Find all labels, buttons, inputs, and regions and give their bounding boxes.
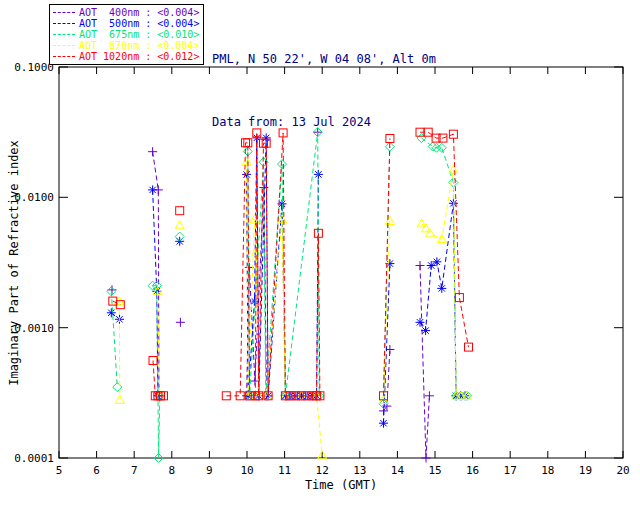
plot-header: PML, N 50 22', W 04 08', Alt 0m Data fro… bbox=[212, 7, 436, 175]
legend-dash-500nm-icon bbox=[53, 23, 75, 24]
legend-row-500nm: AOT 500nm : <0.004> bbox=[53, 18, 199, 29]
data-series-500nm bbox=[107, 133, 470, 427]
x-tick-label: 7 bbox=[131, 464, 138, 477]
x-tick-label: 12 bbox=[316, 464, 329, 477]
x-tick-label: 8 bbox=[168, 464, 175, 477]
x-tick-label: 6 bbox=[93, 464, 100, 477]
legend-row-1020nm: AOT 1020nm : <0.012> bbox=[53, 51, 199, 62]
legend-box: AOT 400nm : <0.004> AOT 500nm : <0.004> … bbox=[49, 4, 204, 65]
legend-dash-870nm-icon bbox=[53, 45, 75, 46]
legend-dash-675nm-icon bbox=[53, 34, 75, 35]
legend-row-675nm: AOT 675nm : <0.010> bbox=[53, 29, 199, 40]
station-info: PML, N 50 22', W 04 08', Alt 0m bbox=[212, 49, 436, 70]
legend-dash-1020nm-icon bbox=[53, 56, 75, 57]
legend-label-870nm: AOT 870nm : <0.004> bbox=[79, 40, 199, 51]
x-tick-label: 9 bbox=[206, 464, 213, 477]
x-tick-label: 16 bbox=[466, 464, 479, 477]
x-tick-label: 19 bbox=[579, 464, 592, 477]
x-tick-label: 11 bbox=[278, 464, 291, 477]
legend-row-400nm: AOT 400nm : <0.004> bbox=[53, 7, 199, 18]
x-tick-label: 14 bbox=[391, 464, 405, 477]
data-series-870nm bbox=[115, 157, 472, 459]
x-tick-label: 20 bbox=[616, 464, 629, 477]
legend-row-870nm: AOT 870nm : <0.004> bbox=[53, 40, 199, 51]
x-tick-label: 17 bbox=[504, 464, 517, 477]
x-tick-label: 10 bbox=[240, 464, 253, 477]
y-tick-label: 0.0001 bbox=[14, 452, 54, 465]
aeronet-refractive-index-plot: 5678910111213141516171819200.10000.01000… bbox=[0, 0, 640, 512]
legend-label-1020nm: AOT 1020nm : <0.012> bbox=[79, 51, 199, 62]
legend-label-400nm: AOT 400nm : <0.004> bbox=[79, 7, 199, 18]
legend-dash-400nm-icon bbox=[53, 12, 75, 13]
x-tick-label: 15 bbox=[428, 464, 441, 477]
x-tick-label: 13 bbox=[353, 464, 366, 477]
y-axis-title: Imaginary Part of Refractive index bbox=[7, 140, 21, 386]
x-axis-title: Time (GMT) bbox=[305, 478, 377, 492]
x-tick-label: 5 bbox=[56, 464, 63, 477]
legend-label-500nm: AOT 500nm : <0.004> bbox=[79, 18, 199, 29]
x-tick-label: 18 bbox=[541, 464, 554, 477]
legend-label-675nm: AOT 675nm : <0.010> bbox=[79, 29, 199, 40]
data-date: Data from: 13 Jul 2024 bbox=[212, 112, 436, 133]
